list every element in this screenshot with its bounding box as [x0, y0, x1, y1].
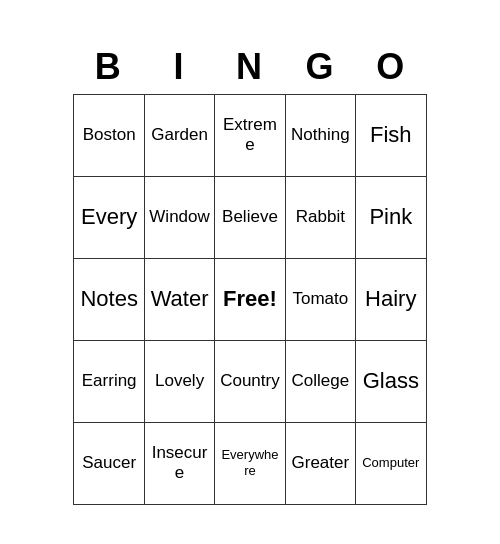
cell-label: Water — [149, 286, 210, 312]
bingo-cell: Greater — [285, 422, 355, 504]
table-row: EveryWindowBelieveRabbitPink — [74, 176, 426, 258]
header-letter: I — [144, 40, 215, 94]
cell-label: Computer — [360, 455, 421, 471]
bingo-cell: Water — [144, 258, 214, 340]
bingo-cell: College — [285, 340, 355, 422]
bingo-cell: Believe — [215, 176, 285, 258]
cell-label: Insecure — [149, 443, 210, 484]
cell-label: Nothing — [290, 125, 351, 145]
cell-label: Pink — [360, 204, 421, 230]
bingo-cell: Notes — [74, 258, 144, 340]
cell-label: Everywhere — [219, 447, 280, 478]
cell-label: Fish — [360, 122, 421, 148]
cell-label: Earring — [78, 371, 139, 391]
table-row: NotesWaterFree!TomatoHairy — [74, 258, 426, 340]
header-letter: G — [285, 40, 356, 94]
cell-label: Rabbit — [290, 207, 351, 227]
cell-label: Boston — [78, 125, 139, 145]
table-row: EarringLovelyCountryCollegeGlass — [74, 340, 426, 422]
header-letter: N — [215, 40, 286, 94]
bingo-cell: Insecure — [144, 422, 214, 504]
bingo-cell: Tomato — [285, 258, 355, 340]
cell-label: Saucer — [78, 453, 139, 473]
cell-label: Every — [78, 204, 139, 230]
bingo-cell: Hairy — [356, 258, 426, 340]
bingo-cell: Boston — [74, 94, 144, 176]
bingo-cell: Every — [74, 176, 144, 258]
cell-label: Hairy — [360, 286, 421, 312]
bingo-cell: Earring — [74, 340, 144, 422]
cell-label: Tomato — [290, 289, 351, 309]
bingo-cell: Fish — [356, 94, 426, 176]
header-letter: O — [356, 40, 427, 94]
bingo-cell: Nothing — [285, 94, 355, 176]
bingo-cell: Window — [144, 176, 214, 258]
cell-label: Greater — [290, 453, 351, 473]
table-row: BostonGardenExtremeNothingFish — [74, 94, 426, 176]
cell-label: Notes — [78, 286, 139, 312]
bingo-cell: Country — [215, 340, 285, 422]
bingo-header: BINGO — [73, 40, 426, 94]
bingo-cell: Garden — [144, 94, 214, 176]
cell-label: College — [290, 371, 351, 391]
bingo-cell: Saucer — [74, 422, 144, 504]
cell-label: Country — [219, 371, 280, 391]
bingo-cell: Glass — [356, 340, 426, 422]
bingo-grid: BostonGardenExtremeNothingFishEveryWindo… — [73, 94, 426, 505]
cell-label: Garden — [149, 125, 210, 145]
bingo-cell: Extreme — [215, 94, 285, 176]
bingo-cell: Rabbit — [285, 176, 355, 258]
bingo-cell: Pink — [356, 176, 426, 258]
header-letter: B — [73, 40, 144, 94]
bingo-cell: Computer — [356, 422, 426, 504]
cell-label: Window — [149, 207, 210, 227]
cell-label: Lovely — [149, 371, 210, 391]
bingo-cell: Lovely — [144, 340, 214, 422]
cell-label: Believe — [219, 207, 280, 227]
table-row: SaucerInsecureEverywhereGreaterComputer — [74, 422, 426, 504]
bingo-cell: Everywhere — [215, 422, 285, 504]
cell-label: Free! — [219, 286, 280, 312]
cell-label: Glass — [360, 368, 421, 394]
bingo-cell: Free! — [215, 258, 285, 340]
cell-label: Extreme — [219, 115, 280, 156]
